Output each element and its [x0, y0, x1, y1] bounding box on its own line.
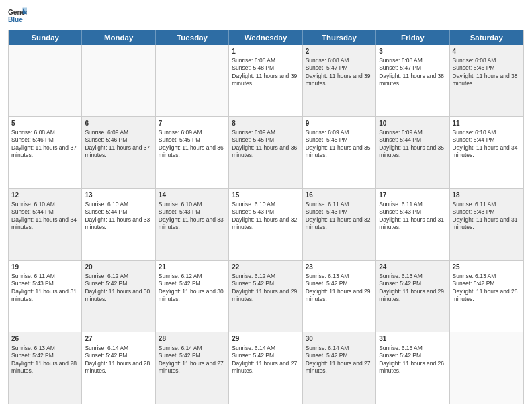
day-info: Sunrise: 6:13 AMSunset: 5:42 PMDaylight:…	[379, 273, 446, 304]
header: General Blue	[8, 7, 524, 26]
calendar-row-3: 12Sunrise: 6:10 AMSunset: 5:44 PMDayligh…	[9, 189, 523, 261]
day-cell-15: 15Sunrise: 6:10 AMSunset: 5:43 PMDayligh…	[229, 189, 302, 260]
day-info: Sunrise: 6:10 AMSunset: 5:44 PMDaylight:…	[11, 201, 79, 232]
day-cell-11: 11Sunrise: 6:10 AMSunset: 5:44 PMDayligh…	[450, 117, 523, 188]
day-info: Sunrise: 6:08 AMSunset: 5:46 PMDaylight:…	[453, 57, 521, 88]
day-cell-17: 17Sunrise: 6:11 AMSunset: 5:43 PMDayligh…	[376, 189, 449, 260]
day-info: Sunrise: 6:13 AMSunset: 5:42 PMDaylight:…	[11, 345, 79, 375]
day-cell-14: 14Sunrise: 6:10 AMSunset: 5:43 PMDayligh…	[156, 189, 229, 260]
day-info: Sunrise: 6:14 AMSunset: 5:42 PMDaylight:…	[85, 345, 152, 375]
day-info: Sunrise: 6:09 AMSunset: 5:44 PMDaylight:…	[379, 129, 446, 160]
day-info: Sunrise: 6:14 AMSunset: 5:42 PMDaylight:…	[159, 345, 226, 375]
day-info: Sunrise: 6:08 AMSunset: 5:48 PMDaylight:…	[232, 57, 299, 88]
day-info: Sunrise: 6:15 AMSunset: 5:42 PMDaylight:…	[379, 345, 446, 375]
day-info: Sunrise: 6:08 AMSunset: 5:46 PMDaylight:…	[11, 129, 79, 160]
day-info: Sunrise: 6:12 AMSunset: 5:42 PMDaylight:…	[232, 273, 299, 304]
logo: General Blue	[8, 7, 27, 26]
day-number: 30	[306, 334, 373, 343]
day-info: Sunrise: 6:09 AMSunset: 5:45 PMDaylight:…	[159, 129, 226, 160]
day-cell-1: 1Sunrise: 6:08 AMSunset: 5:48 PMDaylight…	[229, 45, 302, 116]
day-info: Sunrise: 6:11 AMSunset: 5:43 PMDaylight:…	[11, 273, 79, 304]
day-info: Sunrise: 6:11 AMSunset: 5:43 PMDaylight:…	[453, 201, 521, 232]
day-header-thursday: Thursday	[303, 30, 376, 45]
day-cell-13: 13Sunrise: 6:10 AMSunset: 5:44 PMDayligh…	[82, 189, 155, 260]
day-number: 20	[85, 263, 152, 271]
day-number: 11	[453, 119, 521, 128]
calendar-row-2: 5Sunrise: 6:08 AMSunset: 5:46 PMDaylight…	[9, 117, 523, 189]
day-cell-5: 5Sunrise: 6:08 AMSunset: 5:46 PMDaylight…	[9, 117, 82, 188]
day-info: Sunrise: 6:13 AMSunset: 5:42 PMDaylight:…	[306, 273, 373, 304]
day-header-sunday: Sunday	[9, 30, 82, 45]
day-info: Sunrise: 6:10 AMSunset: 5:43 PMDaylight:…	[159, 201, 226, 232]
day-cell-3: 3Sunrise: 6:08 AMSunset: 5:47 PMDaylight…	[376, 45, 449, 116]
day-info: Sunrise: 6:10 AMSunset: 5:44 PMDaylight:…	[453, 129, 521, 160]
day-cell-22: 22Sunrise: 6:12 AMSunset: 5:42 PMDayligh…	[229, 261, 302, 332]
day-number: 14	[159, 191, 226, 199]
day-info: Sunrise: 6:09 AMSunset: 5:45 PMDaylight:…	[306, 129, 373, 160]
day-cell-24: 24Sunrise: 6:13 AMSunset: 5:42 PMDayligh…	[376, 261, 449, 332]
day-number: 18	[453, 191, 521, 199]
day-info: Sunrise: 6:13 AMSunset: 5:42 PMDaylight:…	[453, 273, 521, 304]
calendar-body: 1Sunrise: 6:08 AMSunset: 5:48 PMDaylight…	[9, 45, 523, 404]
day-number: 7	[159, 119, 226, 128]
day-cell-20: 20Sunrise: 6:12 AMSunset: 5:42 PMDayligh…	[82, 261, 155, 332]
day-info: Sunrise: 6:11 AMSunset: 5:43 PMDaylight:…	[379, 201, 446, 232]
day-number: 21	[159, 263, 226, 271]
day-header-monday: Monday	[82, 30, 155, 45]
empty-cell	[82, 45, 155, 116]
day-header-wednesday: Wednesday	[229, 30, 302, 45]
day-cell-6: 6Sunrise: 6:09 AMSunset: 5:46 PMDaylight…	[82, 117, 155, 188]
day-number: 15	[232, 191, 299, 199]
day-info: Sunrise: 6:12 AMSunset: 5:42 PMDaylight:…	[159, 273, 226, 304]
day-number: 22	[232, 263, 299, 271]
calendar: SundayMondayTuesdayWednesdayThursdayFrid…	[8, 30, 524, 404]
day-number: 23	[306, 263, 373, 271]
day-cell-8: 8Sunrise: 6:09 AMSunset: 5:45 PMDaylight…	[229, 117, 302, 188]
day-info: Sunrise: 6:09 AMSunset: 5:45 PMDaylight:…	[232, 129, 299, 160]
calendar-row-1: 1Sunrise: 6:08 AMSunset: 5:48 PMDaylight…	[9, 45, 523, 117]
day-cell-19: 19Sunrise: 6:11 AMSunset: 5:43 PMDayligh…	[9, 261, 82, 332]
calendar-row-5: 26Sunrise: 6:13 AMSunset: 5:42 PMDayligh…	[9, 332, 523, 404]
day-number: 26	[11, 334, 79, 343]
day-number: 4	[453, 47, 521, 56]
day-cell-2: 2Sunrise: 6:08 AMSunset: 5:47 PMDaylight…	[303, 45, 376, 116]
day-info: Sunrise: 6:12 AMSunset: 5:42 PMDaylight:…	[85, 273, 152, 304]
day-info: Sunrise: 6:08 AMSunset: 5:47 PMDaylight:…	[306, 57, 373, 88]
day-header-saturday: Saturday	[450, 30, 523, 45]
day-number: 25	[453, 263, 521, 271]
day-number: 9	[306, 119, 373, 128]
day-cell-10: 10Sunrise: 6:09 AMSunset: 5:44 PMDayligh…	[376, 117, 449, 188]
day-number: 19	[11, 263, 79, 271]
empty-cell	[450, 332, 523, 404]
day-cell-28: 28Sunrise: 6:14 AMSunset: 5:42 PMDayligh…	[156, 332, 229, 404]
empty-cell	[9, 45, 82, 116]
day-cell-27: 27Sunrise: 6:14 AMSunset: 5:42 PMDayligh…	[82, 332, 155, 404]
day-number: 28	[159, 334, 226, 343]
day-cell-18: 18Sunrise: 6:11 AMSunset: 5:43 PMDayligh…	[450, 189, 523, 260]
day-number: 5	[11, 119, 79, 128]
page: General Blue SundayMondayTuesdayWednesda…	[0, 0, 532, 411]
day-info: Sunrise: 6:11 AMSunset: 5:43 PMDaylight:…	[306, 201, 373, 232]
day-number: 31	[379, 334, 446, 343]
day-cell-21: 21Sunrise: 6:12 AMSunset: 5:42 PMDayligh…	[156, 261, 229, 332]
day-number: 10	[379, 119, 446, 128]
day-number: 1	[232, 47, 299, 56]
day-cell-23: 23Sunrise: 6:13 AMSunset: 5:42 PMDayligh…	[303, 261, 376, 332]
day-number: 6	[85, 119, 152, 128]
svg-text:Blue: Blue	[8, 16, 23, 24]
day-number: 2	[306, 47, 373, 56]
day-cell-26: 26Sunrise: 6:13 AMSunset: 5:42 PMDayligh…	[9, 332, 82, 404]
day-number: 13	[85, 191, 152, 199]
day-number: 17	[379, 191, 446, 199]
day-info: Sunrise: 6:08 AMSunset: 5:47 PMDaylight:…	[379, 57, 446, 88]
day-cell-29: 29Sunrise: 6:14 AMSunset: 5:42 PMDayligh…	[229, 332, 302, 404]
day-cell-12: 12Sunrise: 6:10 AMSunset: 5:44 PMDayligh…	[9, 189, 82, 260]
empty-cell	[156, 45, 229, 116]
day-header-tuesday: Tuesday	[156, 30, 229, 45]
day-number: 12	[11, 191, 79, 199]
day-number: 29	[232, 334, 299, 343]
day-number: 8	[232, 119, 299, 128]
day-info: Sunrise: 6:10 AMSunset: 5:43 PMDaylight:…	[232, 201, 299, 232]
day-info: Sunrise: 6:14 AMSunset: 5:42 PMDaylight:…	[232, 345, 299, 375]
day-info: Sunrise: 6:14 AMSunset: 5:42 PMDaylight:…	[306, 345, 373, 375]
